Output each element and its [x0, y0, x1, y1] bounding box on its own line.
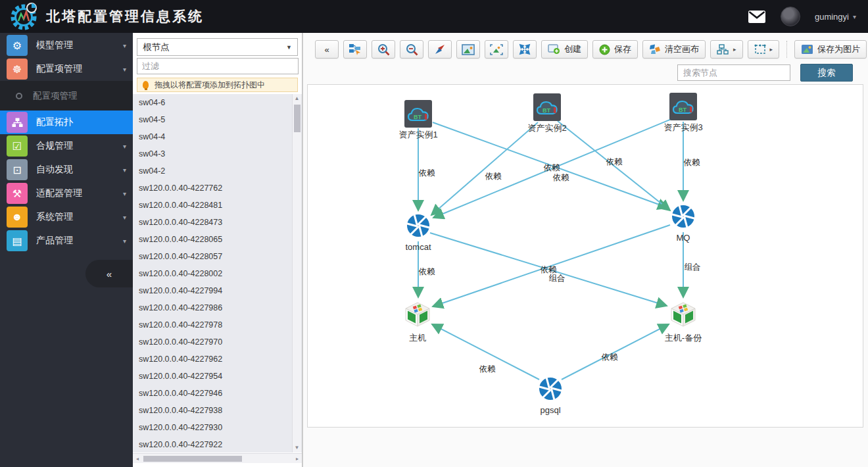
root-node-select[interactable]: 根节点 ▼: [137, 38, 298, 56]
tree-item[interactable]: sw120.0.0.40-4228065: [133, 231, 302, 248]
chevron-down-icon: ▾: [123, 237, 126, 245]
user-menu[interactable]: gumingyi ▾: [815, 12, 856, 22]
chevron-down-icon: ▾: [123, 166, 126, 174]
tree-item[interactable]: sw120.0.0.40-4227994: [133, 282, 302, 299]
tree-item[interactable]: sw120.0.0.40-4228473: [133, 214, 302, 231]
topology-node-asset3[interactable]: BT 资产实例3: [640, 93, 726, 134]
tree-item[interactable]: sw120.0.0.40-4227946: [133, 385, 302, 402]
sidebar-item-product-management[interactable]: ▤ 产品管理 ▾: [0, 229, 133, 253]
circle-bullet-icon: [16, 93, 22, 99]
topology-node-tomcat[interactable]: tomcat: [375, 213, 461, 252]
topology-node-asset2[interactable]: BT 资产实例2: [504, 93, 590, 134]
align-icon: [754, 44, 766, 55]
host-cube-icon: [403, 301, 432, 328]
avatar[interactable]: [781, 7, 800, 26]
align-dropdown-button[interactable]: ▸: [748, 40, 780, 59]
tree-item[interactable]: sw120.0.0.40-4227978: [133, 316, 302, 333]
tree-item[interactable]: sw120.0.0.40-4227962: [133, 351, 302, 368]
layout-dropdown-button[interactable]: ▸: [710, 40, 743, 59]
main-area: «: [302, 33, 868, 467]
search-node-input[interactable]: [677, 64, 790, 81]
zoom-out-button[interactable]: [400, 40, 423, 59]
mail-icon[interactable]: [748, 10, 766, 24]
tree-item[interactable]: sw120.0.0.40-4228481: [133, 197, 302, 214]
scroll-right-icon[interactable]: ▸: [293, 456, 302, 462]
tree-item[interactable]: sw04-5: [133, 111, 302, 128]
app-title: 北塔配置管理信息系统: [46, 7, 204, 26]
tree-item[interactable]: sw120.0.0.40-4227938: [133, 402, 302, 419]
create-button[interactable]: 创建: [541, 40, 588, 59]
edge-label: 依赖: [419, 168, 436, 178]
dropdown-caret-icon: ▸: [733, 46, 736, 53]
ci-tree-list: sw04-6 sw04-5 sw04-4 sw04-3 sw04-2 sw120…: [133, 94, 302, 453]
sidebar-item-config-topology[interactable]: 配置拓扑: [0, 111, 133, 134]
topology-node-pgsql[interactable]: pgsql: [508, 376, 593, 415]
svg-text:BT: BT: [542, 107, 550, 114]
vertical-scroll-thumb[interactable]: [294, 105, 301, 132]
topology-tree-button[interactable]: [343, 40, 367, 59]
edge-label: 依赖: [684, 158, 701, 167]
tree-item[interactable]: sw04-4: [133, 128, 302, 145]
fit-image-button[interactable]: [456, 40, 480, 59]
clear-canvas-button[interactable]: 清空画布: [642, 40, 706, 59]
topology-canvas[interactable]: 依赖 依赖 依赖 依赖 依赖 依赖 依赖 组合 依赖 组合 依赖 依赖 BT: [307, 84, 863, 428]
save-button[interactable]: 保存: [592, 40, 638, 59]
filter-input[interactable]: [137, 58, 299, 74]
node-label: 资产实例1: [375, 129, 461, 141]
collapse-left-icon: «: [107, 268, 112, 280]
tree-item[interactable]: sw04-2: [133, 162, 302, 180]
tree-item[interactable]: sw04-3: [133, 145, 302, 162]
scroll-down-icon[interactable]: ▼: [295, 443, 300, 453]
sidebar-item-ci-management[interactable]: ☸ 配置项管理 ▾: [0, 57, 133, 81]
chevron-down-icon: ▾: [853, 13, 856, 20]
expand-button[interactable]: [513, 40, 537, 59]
crop-icon: ⊡: [7, 159, 28, 180]
sidebar-item-auto-discovery[interactable]: ⊡ 自动发现 ▾: [0, 158, 133, 182]
tree-item[interactable]: sw120.0.0.40-4227986: [133, 299, 302, 316]
horizontal-scrollbar[interactable]: ◂ ▸: [133, 453, 302, 463]
asset-cloud-icon: BT: [669, 93, 697, 120]
topology-node-mq[interactable]: MQ: [640, 204, 726, 243]
topology-node-host-backup[interactable]: 主机-备份: [640, 301, 726, 344]
username: gumingyi: [815, 12, 849, 22]
scroll-left-icon[interactable]: ◂: [133, 456, 142, 462]
sidebar-item-model-management[interactable]: ⚙ 模型管理 ▾: [0, 34, 133, 57]
zoom-out-icon: [406, 43, 418, 56]
search-button[interactable]: 搜索: [800, 64, 853, 82]
topology-node-host[interactable]: 主机: [375, 301, 460, 344]
page: 北塔配置管理信息系统 gumingyi ▾ ⚙ 模型管理 ▾ ☸ 配置项管理: [0, 0, 868, 467]
sidebar-item-compliance-management[interactable]: ☑ 合规管理 ▾: [0, 134, 133, 158]
chevron-down-icon: ▾: [123, 190, 126, 197]
app-logo-icon: [9, 1, 39, 32]
sidebar-subitem-ci-management[interactable]: 配置项管理: [0, 81, 133, 111]
tree-item[interactable]: sw120.0.0.40-4228057: [133, 248, 302, 265]
save-as-image-button[interactable]: 保存为图片: [794, 40, 867, 59]
chevron-down-icon: ▾: [123, 143, 126, 150]
gear-icon: ☸: [7, 59, 28, 80]
zoom-in-button[interactable]: [372, 40, 395, 59]
compass-button[interactable]: [428, 40, 452, 59]
sidebar-collapse-button[interactable]: «: [85, 260, 133, 287]
vertical-scrollbar[interactable]: ▲ ▼: [292, 94, 301, 453]
chevron-down-icon: ▾: [123, 42, 126, 49]
node-label: 资产实例2: [504, 122, 590, 134]
topology-node-asset1[interactable]: BT 资产实例1: [375, 100, 461, 141]
tree-item[interactable]: sw120.0.0.40-4227970: [133, 333, 302, 351]
image-view-button[interactable]: [485, 40, 508, 59]
node-label: MQ: [640, 233, 726, 243]
tree-item[interactable]: sw120.0.0.40-4227762: [133, 180, 302, 197]
edge-label: 依赖: [485, 172, 502, 181]
chevron-down-icon: ▾: [123, 214, 126, 221]
scroll-up-icon[interactable]: ▲: [295, 94, 300, 103]
dropdown-caret-icon: ▸: [770, 46, 773, 53]
sidebar-item-adapter-management[interactable]: ⚒ 适配器管理 ▾: [0, 182, 133, 205]
sidebar-item-system-management[interactable]: ☻ 系统管理 ▾: [0, 205, 133, 229]
collapse-panel-button[interactable]: «: [315, 40, 339, 59]
horizontal-scroll-thumb[interactable]: [143, 456, 242, 462]
tree-item[interactable]: sw120.0.0.40-4227922: [133, 436, 302, 453]
svg-text:BT: BT: [679, 107, 687, 113]
tree-item[interactable]: sw04-6: [133, 94, 302, 111]
tree-item[interactable]: sw120.0.0.40-4227930: [133, 419, 302, 436]
tree-item[interactable]: sw120.0.0.40-4227954: [133, 368, 302, 385]
tree-item[interactable]: sw120.0.0.40-4228002: [133, 265, 302, 282]
